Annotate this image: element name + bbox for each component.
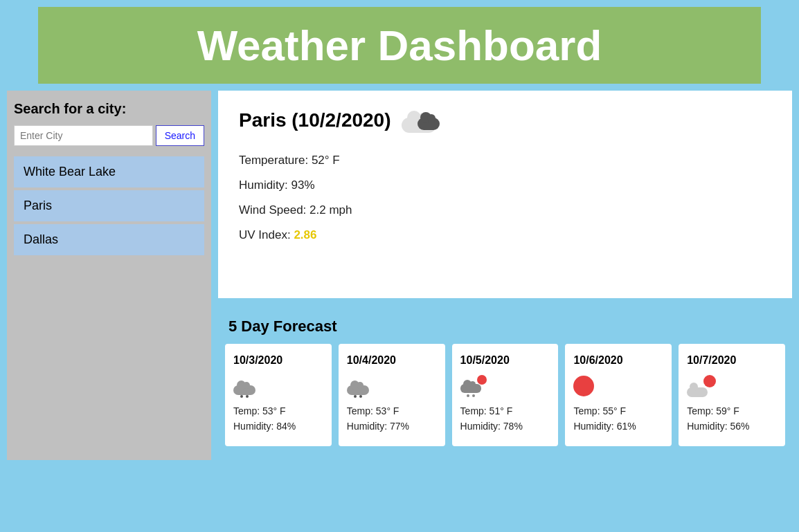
forecast-icon-2 <box>347 374 437 398</box>
forecast-date-1: 10/3/2020 <box>233 354 323 367</box>
city-item-dallas[interactable]: Dallas <box>14 224 204 255</box>
forecast-icon-5 <box>687 374 777 398</box>
main-content: Paris (10/2/2020) Temperature: 52° F Hum… <box>218 91 792 460</box>
forecast-humidity-4: Humidity: 61% <box>573 421 663 432</box>
partly-cloud-icon <box>687 375 716 397</box>
forecast-temp-3: Temp: 51° F <box>460 405 550 416</box>
page-title: Weather Dashboard <box>38 21 761 70</box>
forecast-temp-4: Temp: 55° F <box>573 405 663 416</box>
forecast-humidity-2: Humidity: 77% <box>347 421 437 432</box>
uv-value: 2.86 <box>294 228 316 241</box>
header: Weather Dashboard <box>38 7 761 84</box>
uv-index-stat: UV Index: 2.86 <box>239 228 771 242</box>
sun-icon-4 <box>573 376 594 396</box>
forecast-humidity-3: Humidity: 78% <box>460 421 550 432</box>
search-button[interactable]: Search <box>156 125 204 146</box>
forecast-cards: 10/3/2020 Temp: 53° F Humidity: 84% 10/4… <box>218 344 792 453</box>
forecast-card-2: 10/4/2020 Temp: 53° F Humidity: 77% <box>339 344 445 446</box>
city-list: White Bear Lake Paris Dallas <box>14 156 204 255</box>
forecast-card-4: 10/6/2020 Temp: 55° F Humidity: 61% <box>565 344 672 446</box>
forecast-section: 5 Day Forecast 10/3/2020 Temp: 53° F Hum… <box>218 305 792 460</box>
city-item-white-bear-lake[interactable]: White Bear Lake <box>14 156 204 187</box>
forecast-date-4: 10/6/2020 <box>573 354 663 367</box>
forecast-card-1: 10/3/2020 Temp: 53° F Humidity: 84% <box>225 344 332 446</box>
search-input[interactable] <box>14 125 153 146</box>
forecast-card-5: 10/7/2020 Temp: 59° F Humidity: 56% <box>679 344 785 446</box>
uv-label: UV Index: <box>239 228 294 241</box>
rain-cloud-icon <box>460 375 487 397</box>
snow-cloud-icon-2 <box>347 376 373 396</box>
current-weather-card: Paris (10/2/2020) Temperature: 52° F Hum… <box>218 91 792 298</box>
forecast-date-3: 10/5/2020 <box>460 354 550 367</box>
forecast-icon-3 <box>460 374 550 398</box>
forecast-icon-1 <box>233 374 323 398</box>
weather-icon-clouds <box>402 108 440 133</box>
temperature-stat: Temperature: 52° F <box>239 154 771 167</box>
forecast-temp-5: Temp: 59° F <box>687 405 777 416</box>
cloud-dark <box>418 118 440 130</box>
sidebar: Search for a city: Search White Bear Lak… <box>7 91 211 460</box>
search-row: Search <box>14 125 204 146</box>
city-item-paris[interactable]: Paris <box>14 190 204 221</box>
forecast-card-3: 10/5/2020 Temp: 51° F Humidity: 78% <box>452 344 559 446</box>
main-layout: Search for a city: Search White Bear Lak… <box>7 91 792 460</box>
forecast-icon-4 <box>573 374 663 398</box>
forecast-temp-1: Temp: 53° F <box>233 405 323 416</box>
snow-cloud-icon-1 <box>233 376 260 396</box>
wind-speed-stat: Wind Speed: 2.2 mph <box>239 203 771 217</box>
sidebar-title: Search for a city: <box>14 101 204 117</box>
humidity-stat: Humidity: 93% <box>239 178 771 192</box>
forecast-humidity-5: Humidity: 56% <box>687 421 777 432</box>
city-header: Paris (10/2/2020) <box>239 108 771 133</box>
forecast-humidity-1: Humidity: 84% <box>233 421 323 432</box>
city-date-title: Paris (10/2/2020) <box>239 109 391 131</box>
forecast-date-2: 10/4/2020 <box>347 354 437 367</box>
forecast-temp-2: Temp: 53° F <box>347 405 437 416</box>
forecast-date-5: 10/7/2020 <box>687 354 777 367</box>
forecast-title: 5 Day Forecast <box>218 312 792 344</box>
